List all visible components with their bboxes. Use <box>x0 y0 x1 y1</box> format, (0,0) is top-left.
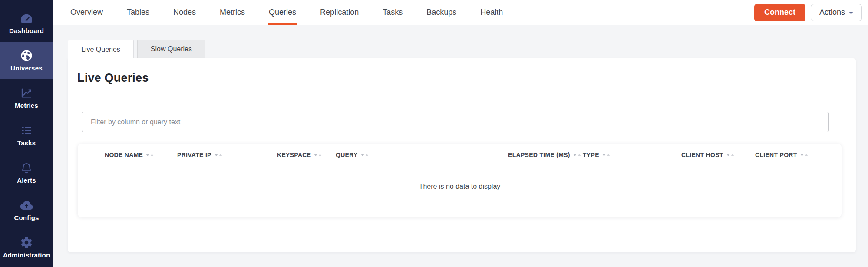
sidebar-item-administration[interactable]: Administration <box>0 229 53 266</box>
sort-desc-icon <box>726 154 730 156</box>
task-list-icon <box>20 124 33 137</box>
sort-desc-icon <box>602 154 606 156</box>
top-action-buttons: Connect Actions <box>754 0 862 25</box>
queries-table-panel: NODE NAME PRIVATE IP KEYSPACE QUERY <box>78 144 842 217</box>
nav-tab-replication[interactable]: Replication <box>319 0 360 25</box>
connect-button[interactable]: Connect <box>754 4 805 21</box>
column-header-keyspace[interactable]: KEYSPACE <box>277 151 336 158</box>
column-header-elapsed-time[interactable]: ELAPSED TIME (MS) <box>508 151 583 158</box>
sidebar-item-label: Universes <box>10 64 43 72</box>
sort-icons <box>573 154 581 156</box>
column-header-label: KEYSPACE <box>277 151 311 158</box>
sort-asc-icon <box>731 154 734 156</box>
sort-asc-icon <box>607 154 610 156</box>
sidebar-item-label: Dashboard <box>9 27 44 34</box>
column-header-label: QUERY <box>336 151 358 158</box>
sort-asc-icon <box>365 154 369 156</box>
sidebar-item-dashboard[interactable]: Dashboard <box>0 4 53 42</box>
actions-button-label: Actions <box>819 8 845 17</box>
nav-tab-backups[interactable]: Backups <box>426 0 457 25</box>
column-header-label: ELAPSED TIME (MS) <box>508 151 570 158</box>
sort-desc-icon <box>314 154 317 156</box>
nav-tab-tables[interactable]: Tables <box>126 0 150 25</box>
actions-dropdown-button[interactable]: Actions <box>811 4 862 21</box>
sidebar-item-alerts[interactable]: Alerts <box>0 154 53 191</box>
sidebar: Dashboard Universes Metrics Tasks Alerts <box>0 0 53 267</box>
column-header-client-port[interactable]: CLIENT PORT <box>755 151 842 158</box>
universe-top-navbar: Overview Tables Nodes Metrics Queries Re… <box>53 0 868 25</box>
sort-desc-icon <box>361 154 364 156</box>
column-header-private-ip[interactable]: PRIVATE IP <box>177 151 277 158</box>
nav-tab-queries[interactable]: Queries <box>268 0 297 25</box>
sort-asc-icon <box>150 154 154 156</box>
sidebar-item-label: Tasks <box>17 139 36 147</box>
column-header-label: TYPE <box>583 151 599 158</box>
main-area: Overview Tables Nodes Metrics Queries Re… <box>53 0 868 267</box>
sidebar-item-tasks[interactable]: Tasks <box>0 117 53 154</box>
sort-icons <box>602 154 610 156</box>
bell-icon <box>20 161 33 174</box>
queries-subtabs: Live Queries Slow Queries <box>68 40 868 58</box>
sort-desc-icon <box>146 154 149 156</box>
sidebar-item-label: Configs <box>14 214 39 221</box>
sidebar-item-label: Administration <box>3 251 50 259</box>
sort-asc-icon <box>219 154 222 156</box>
sidebar-item-universes[interactable]: Universes <box>0 42 53 79</box>
sort-desc-icon <box>800 154 804 156</box>
nav-tab-overview[interactable]: Overview <box>69 0 104 25</box>
column-header-label: NODE NAME <box>105 151 143 158</box>
column-header-type[interactable]: TYPE <box>583 151 681 158</box>
tab-live-queries[interactable]: Live Queries <box>68 40 134 58</box>
globe-icon <box>20 49 33 62</box>
universe-nav-tabs: Overview Tables Nodes Metrics Queries Re… <box>69 0 504 25</box>
sidebar-item-label: Alerts <box>17 177 36 184</box>
nav-tab-nodes[interactable]: Nodes <box>172 0 197 25</box>
query-filter-input[interactable] <box>82 112 829 132</box>
live-queries-card: Live Queries NODE NAME PRIVATE IP <box>68 58 856 252</box>
column-header-label: CLIENT HOST <box>681 151 723 158</box>
column-header-client-host[interactable]: CLIENT HOST <box>681 151 755 158</box>
sort-asc-icon <box>805 154 808 156</box>
page-title: Live Queries <box>68 58 856 84</box>
nav-tab-metrics[interactable]: Metrics <box>219 0 246 25</box>
chart-line-icon <box>20 87 33 100</box>
sort-desc-icon <box>573 154 577 156</box>
queries-content: Live Queries Slow Queries Live Queries N… <box>53 25 868 267</box>
sort-icons <box>215 154 222 156</box>
sort-icons <box>726 154 734 156</box>
dashboard-gauge-icon <box>20 12 33 25</box>
sidebar-item-metrics[interactable]: Metrics <box>0 79 53 117</box>
sort-asc-icon <box>578 154 581 156</box>
sort-icons <box>314 154 322 156</box>
nav-tab-tasks[interactable]: Tasks <box>382 0 403 25</box>
sort-desc-icon <box>215 154 218 156</box>
chevron-down-icon <box>849 12 853 14</box>
sort-icons <box>146 154 154 156</box>
sidebar-item-configs[interactable]: Configs <box>0 191 53 229</box>
app-window: Dashboard Universes Metrics Tasks Alerts <box>0 0 868 267</box>
sort-icons <box>800 154 808 156</box>
column-header-label: PRIVATE IP <box>177 151 211 158</box>
tab-slow-queries[interactable]: Slow Queries <box>137 40 205 58</box>
empty-table-message: There is no data to display <box>78 183 842 190</box>
column-header-query[interactable]: QUERY <box>336 151 508 158</box>
sort-icons <box>361 154 369 156</box>
table-header-row: NODE NAME PRIVATE IP KEYSPACE QUERY <box>78 144 842 158</box>
cloud-upload-icon <box>20 199 33 212</box>
column-header-node-name[interactable]: NODE NAME <box>78 151 177 158</box>
sort-asc-icon <box>318 154 322 156</box>
nav-tab-health[interactable]: Health <box>479 0 504 25</box>
sidebar-item-label: Metrics <box>15 102 38 109</box>
gear-icon <box>20 236 33 249</box>
column-header-label: CLIENT PORT <box>755 151 797 158</box>
